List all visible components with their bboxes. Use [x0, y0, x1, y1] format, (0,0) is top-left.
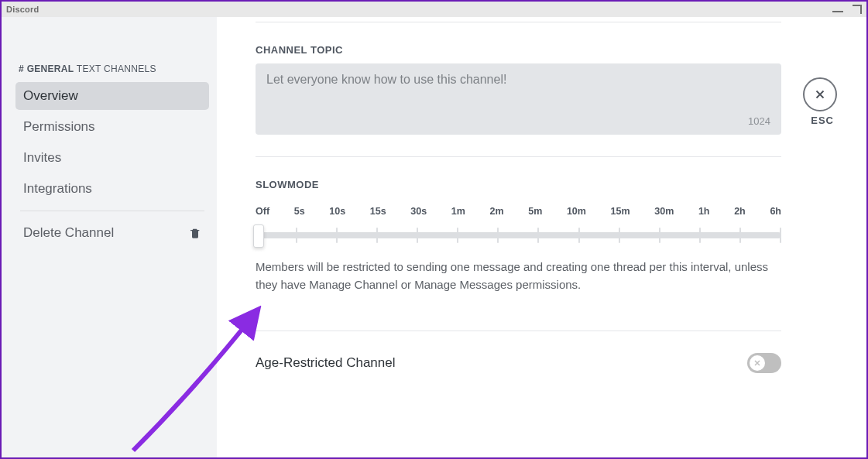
age-restricted-toggle[interactable]	[747, 353, 781, 373]
slowmode-track	[256, 232, 781, 238]
sidebar-item-label: Integrations	[23, 181, 92, 196]
channel-topic-label: CHANNEL TOPIC	[256, 44, 781, 56]
slowmode-tick-label: 30m	[654, 206, 674, 217]
toggle-knob	[750, 355, 765, 371]
sidebar-item-invites[interactable]: Invites	[15, 144, 209, 172]
sidebar-item-overview[interactable]: Overview	[15, 82, 209, 110]
slowmode-tick-label: Off	[256, 206, 269, 217]
sidebar-item-integrations[interactable]: Integrations	[15, 175, 209, 203]
sidebar-item-label: Overview	[23, 88, 78, 103]
close-button[interactable]	[803, 77, 837, 111]
slowmode-tick-label: 1h	[698, 206, 710, 217]
toggle-off-icon	[753, 358, 762, 368]
slowmode-tick-label: 1m	[451, 206, 465, 217]
slowmode-help-text: Members will be restricted to sending on…	[256, 259, 781, 293]
slowmode-tick-label: 15s	[370, 206, 386, 217]
window-maximize-icon[interactable]	[853, 5, 862, 14]
hash-icon: #	[19, 63, 24, 74]
sidebar-category: TEXT CHANNELS	[77, 63, 156, 74]
close-icon	[813, 87, 827, 101]
channel-topic-char-limit: 1024	[748, 115, 770, 127]
slowmode-thumb[interactable]	[253, 224, 264, 248]
window-minimize-icon[interactable]	[832, 11, 843, 12]
sidebar-item-permissions[interactable]: Permissions	[15, 113, 209, 141]
slowmode-tick-label: 10s	[329, 206, 345, 217]
section-divider	[256, 156, 781, 157]
age-restricted-row: Age-Restricted Channel	[256, 353, 781, 373]
settings-sidebar: # GENERAL TEXT CHANNELS Overview Permiss…	[2, 17, 217, 457]
window-titlebar: Discord	[2, 2, 866, 18]
sidebar-divider	[20, 211, 204, 211]
section-divider	[256, 331, 781, 331]
delete-channel-button[interactable]: Delete Channel	[15, 219, 209, 247]
slowmode-tick-label: 5s	[294, 206, 305, 217]
sidebar-item-label: Permissions	[23, 119, 95, 134]
channel-topic-input[interactable]: Let everyone know how to use this channe…	[256, 63, 781, 135]
slowmode-tick-label: 2m	[489, 206, 503, 217]
slowmode-tick-label: 30s	[410, 206, 427, 217]
section-divider	[256, 22, 781, 22]
slowmode-tick-label: 2h	[734, 206, 746, 217]
sidebar-heading: # GENERAL TEXT CHANNELS	[19, 63, 209, 74]
esc-label: ESC	[811, 115, 834, 126]
slowmode-tick-label: 10m	[567, 206, 586, 217]
slowmode-label: SLOWMODE	[256, 179, 781, 190]
sidebar-item-label: Invites	[23, 150, 61, 165]
age-restricted-label: Age-Restricted Channel	[256, 355, 395, 371]
delete-channel-label: Delete Channel	[23, 225, 114, 241]
slowmode-tick-labels: Off5s10s15s30s1m2m5m10m15m30m1h2h6h	[256, 206, 781, 217]
channel-topic-placeholder: Let everyone know how to use this channe…	[266, 73, 506, 86]
app-title: Discord	[6, 5, 39, 14]
sidebar-channel-name: GENERAL	[27, 63, 74, 74]
slowmode-tick-label: 15m	[611, 206, 630, 217]
slowmode-slider[interactable]	[256, 224, 781, 248]
slowmode-tick-label: 6h	[770, 206, 781, 217]
slowmode-tick-label: 5m	[528, 206, 542, 217]
settings-main: ESC CHANNEL TOPIC Let everyone know how …	[217, 17, 866, 457]
trash-icon	[189, 227, 201, 239]
